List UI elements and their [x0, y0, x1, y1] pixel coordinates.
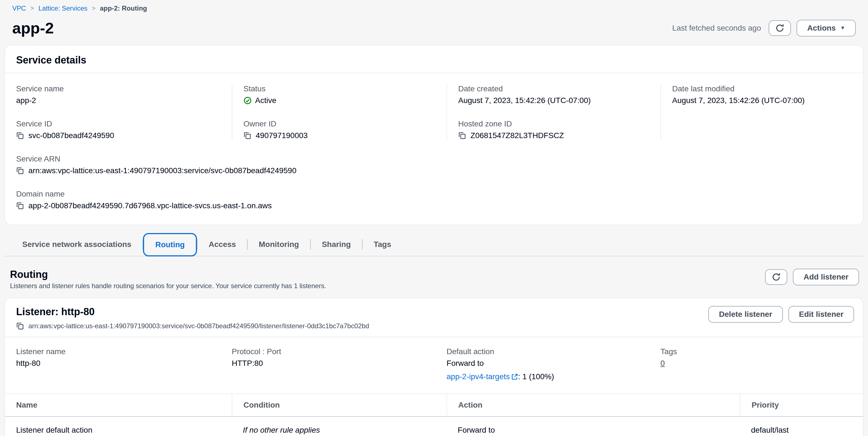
rule-condition-cell: If no other rule applies — [232, 417, 446, 436]
service-details-col-1: Service name app-2 Service ID svc-0b087b… — [16, 84, 232, 140]
copy-icon[interactable] — [16, 322, 24, 330]
listener-arn-line: arn:aws:vpc-lattice:us-east-1:4907971900… — [16, 322, 369, 330]
protocol-port-value: HTTP:80 — [232, 359, 435, 368]
edit-listener-button[interactable]: Edit listener — [788, 306, 854, 323]
tab-tags[interactable]: Tags — [363, 233, 402, 256]
external-link-icon — [512, 373, 518, 380]
domain-name-value: app-2-0b087beadf4249590.7d67968.vpc-latt… — [28, 201, 272, 210]
breadcrumb: VPC > Lattice: Services > app-2: Routing — [7, 4, 861, 12]
protocol-port-label: Protocol : Port — [232, 347, 435, 356]
service-details-card: Service details Service name app-2 Servi… — [4, 45, 864, 225]
status-label: Status — [243, 84, 435, 93]
status-success-icon — [243, 96, 252, 105]
service-arn-value: arn:aws:vpc-lattice:us-east-1:4907971900… — [28, 166, 297, 175]
service-details-grid: Service name app-2 Service ID svc-0b087b… — [16, 84, 852, 140]
routing-title: Routing — [10, 269, 326, 280]
listener-actions: Delete listener Edit listener — [708, 306, 854, 323]
listener-fields-col-3: Default action Forward to app-2-ipv4-tar… — [446, 347, 660, 381]
routing-actions: Add listener — [765, 269, 859, 285]
domain-name-label: Domain name — [16, 190, 852, 199]
default-action-field: Default action Forward to app-2-ipv4-tar… — [446, 347, 649, 381]
tab-monitoring[interactable]: Monitoring — [248, 233, 310, 256]
tab-routing[interactable]: Routing — [143, 233, 197, 256]
breadcrumb-link-lattice-services[interactable]: Lattice: Services — [38, 4, 87, 12]
date-last-modified-field: Date last modified August 7, 2023, 15:42… — [672, 84, 841, 105]
listener-fields-col-4: Tags 0 — [660, 347, 852, 381]
protocol-port-field: Protocol : Port HTTP:80 — [232, 347, 435, 368]
routing-section-header: Routing Listeners and listener rules han… — [10, 269, 859, 290]
domain-name-field: Domain name app-2-0b087beadf4249590.7d67… — [16, 190, 852, 210]
listener-fields-col-2: Protocol : Port HTTP:80 — [232, 347, 446, 381]
default-action-target: app-2-ipv4-targets : 1 (100%) — [446, 372, 649, 381]
rule-action-cell: Forward to app-2-ipv4-targets : 1 (100%) — [446, 417, 740, 436]
status-field: Status Active — [243, 84, 435, 105]
delete-listener-button[interactable]: Delete listener — [708, 306, 783, 323]
copy-icon[interactable] — [458, 132, 466, 140]
actions-button[interactable]: Actions ▼ — [797, 20, 856, 36]
listener-card: Listener: http-80 arn:aws:vpc-lattice:us… — [4, 298, 864, 436]
hosted-zone-id-label: Hosted zone ID — [458, 119, 649, 128]
service-details-col-3: Date created August 7, 2023, 15:42:26 (U… — [446, 84, 660, 140]
listener-name-field: Listener name http-80 — [16, 347, 221, 368]
breadcrumb-link-vpc[interactable]: VPC — [12, 4, 26, 12]
refresh-icon — [775, 24, 784, 33]
routing-heading-block: Routing Listeners and listener rules han… — [10, 269, 326, 290]
service-details-title: Service details — [16, 54, 852, 66]
default-action-prefix: Forward to — [446, 359, 649, 368]
tags-field: Tags 0 — [660, 347, 841, 368]
listener-title: Listener: http-80 — [16, 306, 369, 318]
service-name-field: Service name app-2 — [16, 84, 221, 105]
service-details-header: Service details — [5, 46, 863, 73]
tab-service-network-associations[interactable]: Service network associations — [11, 233, 143, 256]
date-created-field: Date created August 7, 2023, 15:42:26 (U… — [458, 84, 649, 105]
default-action-label: Default action — [446, 347, 649, 356]
service-details-col-2: Status Active Owner ID — [232, 84, 446, 140]
service-arn-field: Service ARN arn:aws:vpc-lattice:us-east-… — [16, 154, 852, 175]
owner-id-value: 490797190003 — [256, 131, 308, 140]
owner-id-label: Owner ID — [243, 119, 435, 128]
listener-header: Listener: http-80 arn:aws:vpc-lattice:us… — [5, 298, 863, 337]
page-header: app-2 Last fetched seconds ago Actions ▼ — [7, 12, 861, 42]
service-arn-label: Service ARN — [16, 154, 852, 164]
tags-label: Tags — [660, 347, 841, 356]
breadcrumb-current: app-2: Routing — [100, 4, 147, 12]
column-header-condition: Condition — [232, 394, 446, 416]
target-group-link[interactable]: app-2-ipv4-targets — [446, 372, 518, 381]
date-last-modified-label: Date last modified — [672, 84, 841, 93]
copy-icon[interactable] — [16, 202, 24, 210]
listener-fields-col-1: Listener name http-80 — [16, 347, 232, 381]
hosted-zone-id-value: Z0681547Z82L3THDFSCZ — [470, 131, 564, 140]
routing-refresh-button[interactable] — [765, 269, 787, 285]
refresh-icon — [772, 272, 781, 282]
caret-down-icon: ▼ — [840, 25, 845, 31]
breadcrumb-separator-icon: > — [92, 5, 95, 12]
column-header-action: Action — [446, 394, 740, 416]
rules-table-header: Name Condition Action Priority — [5, 394, 863, 417]
service-details-body: Service name app-2 Service ID svc-0b087b… — [5, 73, 863, 225]
target-group-link-label: app-2-ipv4-targets — [446, 372, 510, 381]
copy-icon[interactable] — [243, 132, 251, 140]
date-created-value: August 7, 2023, 15:42:26 (UTC-07:00) — [458, 96, 649, 105]
top-bar: VPC > Lattice: Services > app-2: Routing… — [0, 0, 868, 42]
tags-count-link[interactable]: 0 — [660, 359, 665, 368]
date-last-modified-value: August 7, 2023, 15:42:26 (UTC-07:00) — [672, 96, 841, 105]
column-header-name: Name — [16, 394, 232, 416]
status-badge: Active — [255, 96, 276, 105]
add-listener-button[interactable]: Add listener — [793, 269, 859, 285]
rule-priority-cell: default/last — [740, 417, 852, 436]
page: VPC > Lattice: Services > app-2: Routing… — [0, 0, 868, 436]
copy-icon[interactable] — [16, 132, 24, 140]
owner-id-field: Owner ID 490797190003 — [243, 119, 435, 140]
rule-name-cell: Listener default action — [16, 417, 232, 436]
tab-access[interactable]: Access — [197, 233, 247, 256]
routing-description: Listeners and listener rules handle rout… — [10, 282, 326, 290]
tab-sharing[interactable]: Sharing — [311, 233, 362, 256]
hosted-zone-id-field: Hosted zone ID Z0681547Z82L3THDFSCZ — [458, 119, 649, 140]
copy-icon[interactable] — [16, 167, 24, 175]
rule-action-prefix: Forward to — [458, 426, 728, 435]
refresh-button[interactable] — [769, 20, 791, 36]
date-created-label: Date created — [458, 84, 649, 93]
listener-name-value: http-80 — [16, 359, 221, 368]
actions-button-label: Actions — [807, 24, 836, 33]
page-title: app-2 — [12, 19, 54, 37]
